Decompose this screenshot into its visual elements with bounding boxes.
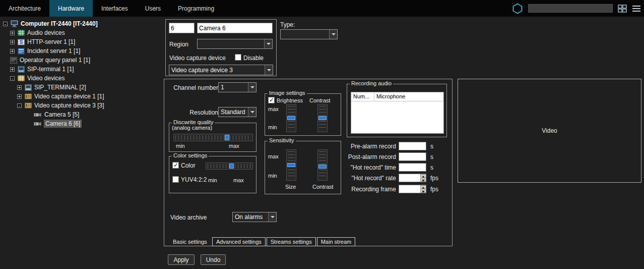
slider-handle[interactable] xyxy=(229,164,234,169)
tree-item-sip-terminal-2[interactable]: + SIP_TERMINAL [2] xyxy=(0,83,162,92)
discwrite-quality-slider[interactable] xyxy=(173,134,253,141)
color-label: Color xyxy=(181,162,196,169)
slider-ticks xyxy=(175,135,251,140)
image-settings-title: Image settings xyxy=(268,90,307,96)
column-header-num[interactable]: Num... xyxy=(351,92,374,101)
tree-item-label: Video capture device 3 [3] xyxy=(34,102,104,109)
brand-hexagon-icon xyxy=(512,3,523,14)
tab-advanced-settings[interactable]: Advanced settings xyxy=(212,237,266,246)
tree-item-sip-terminal[interactable]: + SIP-terminal 1 [1] xyxy=(0,65,162,74)
menu-programming[interactable]: Programming xyxy=(169,0,223,17)
parent-device-value: Video capture device 3 xyxy=(169,65,265,75)
menu-interfaces[interactable]: Interfaces xyxy=(93,0,137,17)
dropdown-button[interactable] xyxy=(268,212,276,222)
video-archive-label: Video archive xyxy=(170,214,207,221)
hamburger-menu-icon[interactable] xyxy=(632,5,641,12)
disable-checkbox[interactable] xyxy=(235,54,241,61)
incident-server-icon xyxy=(18,48,25,55)
tree-item-video-devices[interactable]: - Video devices xyxy=(0,74,162,83)
discwrite-quality-subtitle: (analog camera) xyxy=(172,125,212,131)
minus-expander-icon[interactable]: - xyxy=(17,103,22,108)
channel-number-value: 1 xyxy=(219,83,248,92)
minus-expander-icon[interactable]: - xyxy=(10,76,15,81)
slider-handle[interactable] xyxy=(318,165,327,169)
spin-down-button[interactable] xyxy=(420,178,426,182)
plus-expander-icon[interactable]: + xyxy=(10,49,15,53)
spin-up-button[interactable] xyxy=(420,174,426,178)
menu-architecture[interactable]: Architecture xyxy=(0,0,49,17)
unit-label: s xyxy=(430,143,433,150)
spin-down-button[interactable] xyxy=(420,189,426,193)
tree-item-camera-6[interactable]: Camera 6 [6] xyxy=(0,119,162,128)
plus-expander-icon[interactable]: + xyxy=(10,31,15,35)
tree-item-camera-5[interactable]: Camera 5 [5] xyxy=(0,110,162,119)
menu-users[interactable]: Users xyxy=(137,0,169,17)
slider-handle[interactable] xyxy=(225,135,229,140)
slider-handle[interactable] xyxy=(318,116,327,120)
tree-item-operator-query-panel[interactable]: Operator query panel 1 [1] xyxy=(0,56,162,65)
resolution-dropdown[interactable]: Standard xyxy=(218,107,256,117)
brightness-checkbox[interactable] xyxy=(268,97,275,103)
tree-item-http-server[interactable]: + S HTTP-server 1 [1] xyxy=(0,37,162,46)
min-label: min xyxy=(208,177,217,183)
tree-item-computer[interactable]: - Computer IT-2440 [IT-2440] xyxy=(0,19,162,28)
channel-number-dropdown[interactable]: 1 xyxy=(218,82,256,92)
menu-hardware[interactable]: Hardware xyxy=(49,0,93,17)
dropdown-button[interactable] xyxy=(265,65,273,75)
color-slider[interactable] xyxy=(206,163,253,170)
slider-handle[interactable] xyxy=(287,116,295,120)
hot-record-time-input[interactable] xyxy=(399,163,426,172)
hot-record-rate-label: "Hot record" rate xyxy=(331,175,396,182)
plus-expander-icon[interactable]: + xyxy=(10,67,15,72)
video-preview-panel: Video xyxy=(458,79,641,183)
dropdown-button[interactable] xyxy=(329,30,337,39)
layout-grid-icon[interactable] xyxy=(618,5,627,13)
hot-record-time-label: "Hot record" time xyxy=(331,164,396,171)
tree-item-video-capture-device-1[interactable]: + Video capture device 1 [1] xyxy=(0,92,162,101)
object-id-input[interactable] xyxy=(169,23,195,33)
apply-button[interactable]: Apply xyxy=(168,254,195,265)
plus-expander-icon[interactable]: + xyxy=(10,40,15,44)
plus-expander-icon[interactable]: + xyxy=(17,85,22,90)
chevron-down-icon xyxy=(267,69,271,71)
capture-device-icon xyxy=(25,102,32,109)
tree-item-incident-server[interactable]: + Incident server 1 [1] xyxy=(0,46,162,56)
yuv422-checkbox[interactable] xyxy=(172,176,179,183)
tab-basic-settings[interactable]: Basic settings xyxy=(169,237,211,246)
tree-item-label: Video devices xyxy=(27,75,65,82)
type-dropdown[interactable] xyxy=(280,29,338,39)
http-server-icon: S xyxy=(18,39,25,45)
parent-device-dropdown[interactable]: Video capture device 3 xyxy=(169,65,273,75)
recording-audio-table[interactable]: Num... Microphone xyxy=(351,92,444,134)
region-label: Region xyxy=(169,41,188,48)
dropdown-button[interactable] xyxy=(248,107,256,117)
undo-button[interactable]: Undo xyxy=(201,254,226,265)
tab-streams-settings[interactable]: Streams settings xyxy=(267,237,316,246)
unit-label: s xyxy=(430,164,433,171)
slider-handle[interactable] xyxy=(287,163,295,167)
minus-expander-icon[interactable]: - xyxy=(3,22,8,26)
tree-item-audio-devices[interactable]: + Audio devices xyxy=(0,28,162,37)
plus-expander-icon[interactable]: + xyxy=(17,94,22,99)
color-checkbox[interactable] xyxy=(172,162,179,169)
spin-up-button[interactable] xyxy=(420,185,426,189)
sensitivity-contrast-slider[interactable] xyxy=(317,149,328,181)
dropdown-button[interactable] xyxy=(248,83,256,92)
tree-item-label: SIP_TERMINAL [2] xyxy=(34,84,86,91)
tree-item-video-capture-device-3[interactable]: - Video capture device 3 [3] xyxy=(0,101,162,110)
pre-alarm-record-input[interactable] xyxy=(399,142,426,150)
sensitivity-size-slider[interactable] xyxy=(286,149,296,181)
object-name-input[interactable] xyxy=(197,23,273,33)
column-header-microphone[interactable]: Microphone xyxy=(374,92,443,101)
region-dropdown[interactable] xyxy=(197,39,273,49)
video-archive-dropdown[interactable]: On alarms xyxy=(232,212,277,222)
post-alarm-record-input[interactable] xyxy=(399,152,426,161)
contrast-slider[interactable] xyxy=(317,104,328,132)
channel-number-label: Channel number xyxy=(169,84,218,91)
brightness-slider[interactable] xyxy=(286,104,296,132)
dropdown-button[interactable] xyxy=(264,39,272,48)
tab-main-stream[interactable]: Main stream xyxy=(317,237,356,246)
chevron-down-icon xyxy=(271,216,275,218)
search-input[interactable] xyxy=(528,4,613,13)
video-archive-value: On alarms xyxy=(233,212,268,222)
